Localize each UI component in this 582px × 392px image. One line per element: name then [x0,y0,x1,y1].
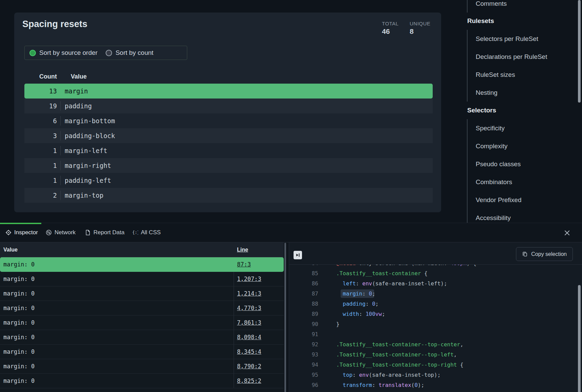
code-viewport[interactable]: 84@media only screen and (max-width: 480… [289,265,582,392]
radio-icon[interactable] [106,50,112,56]
sidebar-item-comments[interactable]: Comments [476,0,579,13]
tab-all-css[interactable]: All CSS [132,223,161,242]
code-line: 95 top: env(safe-area-inset-top); [289,370,582,380]
inspector-row[interactable]: margin: 087:3 [0,257,284,272]
code-line: 96 transform: translatex(0); [289,380,582,390]
code-line: 88 padding: 0; [289,299,582,309]
code-line: 87 margin: 0; [289,289,582,299]
page-scrollbar[interactable] [578,0,581,103]
spacing-row-value: margin-bottom [60,116,433,126]
tab-network[interactable]: Network [46,223,76,242]
code-line-content: .Toastify__toast-container--top-right { [336,360,464,370]
expand-icon [295,252,301,258]
spacing-row[interactable]: 1margin-right [24,158,433,173]
spacing-row-count: 19 [24,102,57,110]
copy-selection-button[interactable]: Copy selection [516,247,573,261]
sidebar-item-selectors-per-ruleset[interactable]: Selectors per RuleSet [476,30,579,48]
inspector-row[interactable]: margin: 08,345:4 [0,345,284,359]
inspector-row-line-link[interactable]: 8,790:2 [237,359,261,373]
inspector-line-header[interactable]: Line [237,242,248,257]
page-title: Spacing resets [22,19,87,29]
network-icon [46,230,52,236]
spacing-table-header: Count Value [24,69,433,84]
tab-inspector[interactable]: Inspector [5,223,38,242]
value-column-header: Value [57,73,87,80]
spacing-row-value: margin-left [60,146,433,155]
column-divider [234,315,234,330]
spacing-row[interactable]: 6margin-bottom [24,113,433,128]
copy-icon [522,251,528,257]
tab-label: Network [55,229,76,236]
sidebar-item-group: Selectors per RuleSetDeclarations per Ru… [467,30,579,102]
spacing-row-value: margin-top [60,191,433,200]
inspector-row-line-link[interactable]: 8,825:2 [237,374,261,388]
sidebar-item-combinators[interactable]: Combinators [476,173,579,191]
spacing-row[interactable]: 1padding-left [24,173,433,188]
spacing-row[interactable]: 3padding-block [24,128,433,143]
sidebar-item-nesting[interactable]: Nesting [476,84,579,102]
spacing-row-count: 3 [24,132,57,139]
code-viewer-panel: Copy selection 84@media only screen and … [289,242,582,392]
code-line: 85.Toastify__toast-container { [289,268,582,279]
code-line: 86 left: env(safe-area-inset-left); [289,279,582,289]
spacing-row[interactable]: 13margin [24,84,433,99]
spacing-row[interactable]: 2margin-top [24,188,433,203]
sidebar-item-vendor-prefixed[interactable]: Vendor Prefixed [476,191,579,209]
inspector-row[interactable]: margin: 04,770:3 [0,301,284,315]
inspector-table-scrollbar[interactable] [284,243,286,392]
inspector-row[interactable]: margin: 01,207:3 [0,272,284,286]
inspector-value-header: Value [3,242,18,257]
inspector-row[interactable]: margin: 01,214:3 [0,286,284,301]
inspector-row-line-link[interactable]: 4,770:3 [237,301,261,315]
copy-selection-label: Copy selection [531,251,567,257]
highlighted-declaration: margin: 0 [341,289,374,298]
sidebar-item-specificity[interactable]: Specificity [476,119,579,137]
inspector-row-value: margin: 0 [3,272,35,286]
stat-unique-value: 8 [410,27,430,36]
column-divider [234,330,234,344]
code-line-content: .Toastify__toast-container--top-center, [336,340,464,350]
spacing-row-count: 1 [24,162,57,169]
expand-panel-button[interactable] [294,251,302,259]
code-line: 89 width: 100vw; [289,309,582,319]
inspector-row-line-link[interactable]: 8,345:4 [237,345,261,359]
close-panel-button[interactable] [563,229,571,237]
spacing-row-value: margin [60,86,433,96]
sidebar-item-pseudo-classes[interactable]: Pseudo classes [476,155,579,173]
inspector-row-line-link[interactable]: 87:3 [237,257,251,271]
line-number: 90 [289,319,318,329]
code-line: 94.Toastify__toast-container--top-right … [289,360,582,370]
inspector-row[interactable]: margin: 08,825:2 [0,374,284,388]
column-divider [234,374,234,388]
inspector-row[interactable]: margin: 08,098:4 [0,330,284,345]
spacing-row-count: 6 [24,117,57,125]
inspector-row-line-link[interactable]: 7,861:3 [237,315,261,330]
code-line-content: transform: translatex(0); [336,380,424,390]
column-divider [234,301,234,315]
tab-report-data[interactable]: Report Data [85,223,125,242]
line-number: 89 [289,309,318,319]
stat-total-value: 46 [382,27,398,36]
sidebar-item-declarations-per-ruleset[interactable]: Declarations per RuleSet [476,48,579,66]
spacing-row[interactable]: 1margin-left [24,143,433,158]
code-line-content: left: env(safe-area-inset-left); [336,279,447,289]
line-number: 95 [289,370,318,380]
sort-option-source-order[interactable]: Sort by source order [29,49,98,57]
code-line-content: .Toastify__toast-container--top-left, [336,350,457,360]
inspector-row-line-link[interactable]: 1,207:3 [237,272,261,286]
inspector-row-line-link[interactable]: 1,214:3 [237,286,261,301]
sidebar-item-group: Comments [467,0,579,13]
line-number: 93 [289,350,318,360]
sidebar-item-complexity[interactable]: Complexity [476,137,579,155]
inspector-row-line-link[interactable]: 8,098:4 [237,330,261,344]
radio-icon[interactable] [29,50,36,56]
code-scrollbar[interactable] [578,285,581,392]
sort-option-count[interactable]: Sort by count [106,49,153,57]
sidebar-item-group: SpecificityComplexityPseudo classesCombi… [467,119,579,227]
column-divider [234,272,234,286]
inspector-row[interactable]: margin: 08,790:2 [0,359,284,374]
sort-option-label: Sort by source order [39,49,98,57]
spacing-row[interactable]: 19padding [24,99,433,113]
sidebar-item-ruleset-sizes[interactable]: RuleSet sizes [476,66,579,84]
inspector-row[interactable]: margin: 07,861:3 [0,315,284,330]
